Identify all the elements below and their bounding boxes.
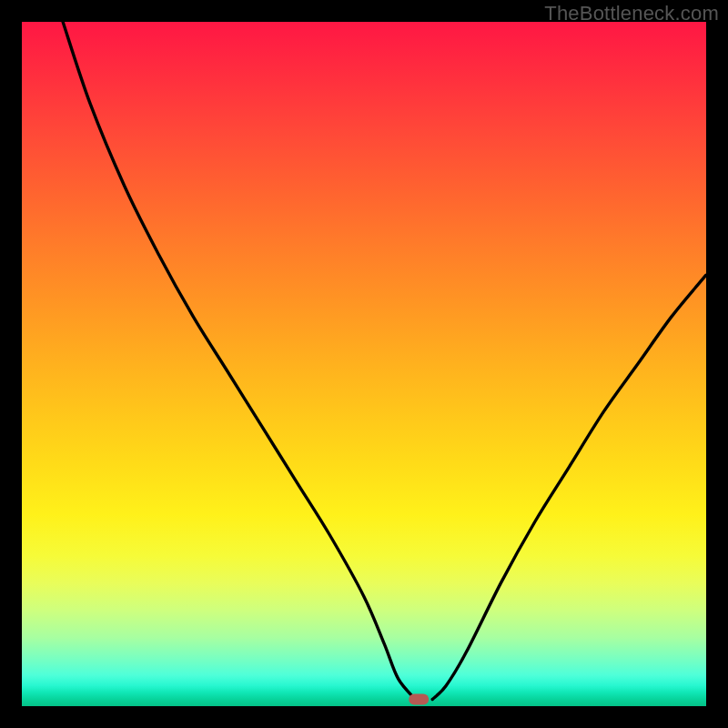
plot-area (22, 22, 706, 706)
watermark-label: TheBottleneck.com (544, 2, 719, 25)
curve-left-branch (63, 22, 415, 700)
curve-right-branch (432, 275, 706, 699)
curve-layer (22, 22, 706, 706)
chart-frame: TheBottleneck.com (0, 0, 728, 728)
minimum-marker (409, 694, 429, 705)
